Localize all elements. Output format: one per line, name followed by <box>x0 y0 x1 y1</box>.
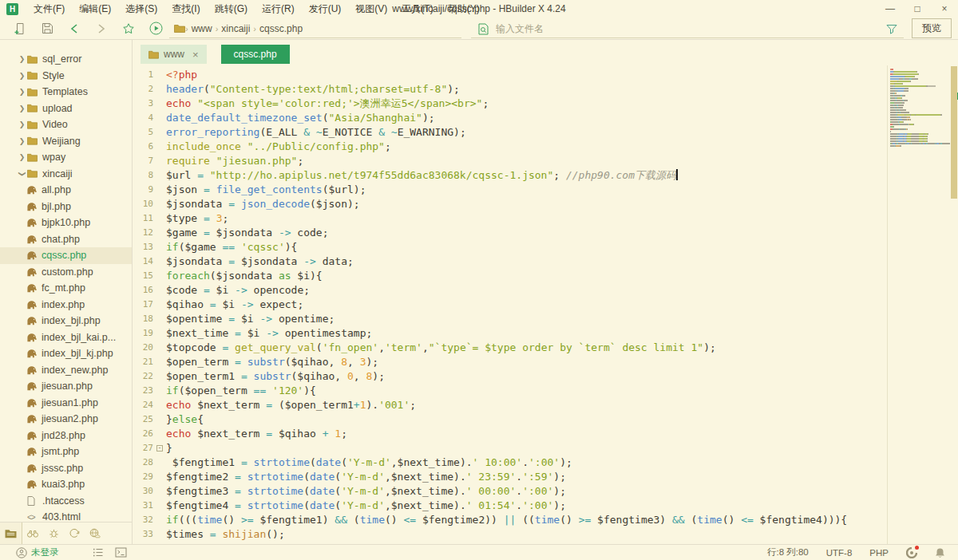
code-line-25[interactable]: 25}else{ <box>133 412 958 427</box>
code-line-13[interactable]: 13if($game == 'cqssc'){ <box>133 240 958 254</box>
tree-item-kuai3-php[interactable]: ❯kuai3.php <box>0 476 132 493</box>
tree-item-chat-php[interactable]: ❯chat.php <box>0 231 132 248</box>
code-text[interactable]: $url = "http://ho.apiplus.net/t974f55dd6… <box>166 168 678 183</box>
terminal-icon[interactable] <box>115 547 127 558</box>
code-line-32[interactable]: 32if(((time() >= $fengtime1) && (time() … <box>133 513 958 527</box>
menu-y[interactable]: 帮助(Y) <box>441 2 487 16</box>
cursor-position[interactable]: 行:8 列:80 <box>767 546 809 558</box>
breadcrumb-item-cqssc-php[interactable]: cqssc.php <box>256 23 306 34</box>
tree-item-jnd28-php[interactable]: ❯jnd28.php <box>0 428 132 444</box>
code-text[interactable]: include_once "../Public/config.php"; <box>166 140 391 154</box>
code-text[interactable]: } <box>166 441 172 455</box>
sidebar-tab-sync[interactable] <box>64 523 85 544</box>
vertical-scrollbar[interactable] <box>951 65 958 544</box>
code-line-10[interactable]: 10$jsondata = json_decode($json); <box>133 197 958 211</box>
tree-item-xincaiji[interactable]: ❯xincaiji <box>0 166 132 183</box>
code-line-33[interactable]: 33$times = shijian(); <box>133 527 958 542</box>
tree-item-403-html[interactable]: ❯<>403.html <box>0 509 132 522</box>
filter-funnel-icon[interactable] <box>886 24 897 34</box>
sidebar-tab-plugins[interactable] <box>85 523 105 544</box>
code-line-5[interactable]: 5error_reporting(E_ALL & ~E_NOTICE & ~E_… <box>133 125 958 140</box>
code-line-3[interactable]: 3echo "<span style='color:red;'>澳洲幸运5</s… <box>133 97 958 111</box>
code-text[interactable]: $fengtime1 = strtotime(date('Y-m-d',$nex… <box>166 455 572 470</box>
code-line-19[interactable]: 19$next_time = $i -> opentimestamp; <box>133 326 958 341</box>
code-line-6[interactable]: 6include_once "../Public/config.php"; <box>133 140 958 154</box>
tree-item-custom-php[interactable]: ❯custom.php <box>0 264 132 281</box>
tree-item-all-php[interactable]: ❯all.php <box>0 182 132 199</box>
code-line-28[interactable]: 28 $fengtime1 = strtotime(date('Y-m-d',$… <box>133 455 958 470</box>
code-text[interactable]: header("Content-type:text/html;charset=u… <box>166 82 460 97</box>
code-text[interactable]: $type = 3; <box>166 211 228 226</box>
code-line-1[interactable]: 1<?php <box>133 68 958 82</box>
code-viewport[interactable]: 1<?php2header("Content-type:text/html;ch… <box>133 65 958 544</box>
code-text[interactable]: if($game == 'cqssc'){ <box>166 240 297 254</box>
bell-icon[interactable] <box>935 547 945 558</box>
tree-item-jsmt-php[interactable]: ❯jsmt.php <box>0 444 132 460</box>
code-text[interactable]: <?php <box>166 68 197 82</box>
code-line-29[interactable]: 29$fengtime2 = strtotime(date('Y-m-d',$n… <box>133 470 958 484</box>
breadcrumb-item-xincaiji[interactable]: xincaiji <box>218 23 253 34</box>
code-text[interactable]: $topcode = get_query_val('fn_open','term… <box>166 341 716 355</box>
minimap-zone[interactable] <box>887 65 951 544</box>
code-text[interactable]: $game = $jsondata -> code; <box>166 226 329 240</box>
tree-item-bjl-php[interactable]: ❯bjl.php <box>0 199 132 215</box>
code-line-17[interactable]: 17$qihao = $i -> expect; <box>133 298 958 312</box>
code-line-11[interactable]: 11$type = 3; <box>133 211 958 226</box>
tree-item-jiesuan2-php[interactable]: ❯jiesuan2.php <box>0 411 132 428</box>
update-icon[interactable] <box>906 547 917 558</box>
tree-item-jiesuan1-php[interactable]: ❯jiesuan1.php <box>0 395 132 412</box>
code-text[interactable]: $fengtime4 = strtotime(date('Y-m-d',$nex… <box>166 499 566 513</box>
preview-button[interactable]: 预览 <box>912 18 952 38</box>
tree-item-index-new-php[interactable]: ❯index_new.php <box>0 362 132 379</box>
code-text[interactable]: $qihao = $i -> expect; <box>166 298 303 312</box>
tab-cqssc-php[interactable]: cqssc.php <box>221 45 290 64</box>
code-line-22[interactable]: 22$open_term1 = substr($qihao, 0, 8); <box>133 369 958 384</box>
code-line-7[interactable]: 7require "jiesuan.php"; <box>133 154 958 168</box>
sidebar-tab-debug[interactable] <box>43 523 64 544</box>
collapse-icon[interactable]: - <box>156 445 163 452</box>
code-text[interactable]: require "jiesuan.php"; <box>166 154 303 168</box>
code-text[interactable]: echo "<span style='color:red;'>澳洲幸运5</sp… <box>166 97 489 111</box>
code-line-30[interactable]: 30$fengtime3 = strtotime(date('Y-m-d',$n… <box>133 484 958 499</box>
code-text[interactable]: $fengtime3 = strtotime(date('Y-m-d',$nex… <box>166 484 566 499</box>
tree-item-style[interactable]: ❯Style <box>0 68 132 85</box>
login-status[interactable]: 未登录 <box>16 546 59 558</box>
menu-u[interactable]: 发行(U) <box>302 2 349 16</box>
code-text[interactable]: $opentime = $i -> opentime; <box>166 312 335 326</box>
outline-icon[interactable] <box>93 547 104 558</box>
tree-item-index-bjl-php[interactable]: ❯index_bjl.php <box>0 313 132 329</box>
tree-item-video[interactable]: ❯Video <box>0 116 132 133</box>
tree-item-weijiang[interactable]: ❯Weijiang <box>0 133 132 150</box>
tree-item-sql-error[interactable]: ❯sql_error <box>0 51 132 68</box>
tree-item-fc-mt-php[interactable]: ❯fc_mt.php <box>0 280 132 297</box>
code-line-14[interactable]: 14$jsondata = $jsondata -> data; <box>133 254 958 269</box>
favorite-star-button[interactable] <box>115 19 142 38</box>
close-icon[interactable]: × <box>192 49 199 61</box>
code-text[interactable]: echo $next_term = $qihao + 1; <box>166 427 347 441</box>
menu-e[interactable]: 编辑(E) <box>72 2 118 16</box>
code-line-12[interactable]: 12$game = $jsondata -> code; <box>133 226 958 240</box>
menu-f[interactable]: 文件(F) <box>26 2 72 16</box>
encoding-indicator[interactable]: UTF-8 <box>826 548 853 558</box>
menu-v[interactable]: 视图(V) <box>348 2 394 16</box>
code-line-8[interactable]: 8$url = "http://ho.apiplus.net/t974f55dd… <box>133 168 958 183</box>
code-line-2[interactable]: 2header("Content-type:text/html;charset=… <box>133 82 958 97</box>
code-line-31[interactable]: 31$fengtime4 = strtotime(date('Y-m-d',$n… <box>133 499 958 513</box>
breadcrumb-item-www[interactable]: www <box>188 23 216 34</box>
code-text[interactable]: $json = file_get_contents($url); <box>166 183 366 197</box>
tree-item-jiesuan-php[interactable]: ❯jiesuan.php <box>0 378 132 395</box>
menu-i[interactable]: 查找(I) <box>164 2 207 16</box>
code-text[interactable]: $next_time = $i -> opentimestamp; <box>166 326 372 341</box>
code-line-4[interactable]: 4date_default_timezone_set("Asia/Shangha… <box>133 111 958 125</box>
close-button[interactable]: × <box>931 3 958 14</box>
tree-item-index-bjl-kj-php[interactable]: ❯index_bjl_kj.php <box>0 345 132 362</box>
code-line-21[interactable]: 21$open_term = substr($qihao, 8, 3); <box>133 355 958 369</box>
menu-r[interactable]: 运行(R) <box>255 2 302 16</box>
language-mode[interactable]: PHP <box>869 548 889 558</box>
code-text[interactable]: error_reporting(E_ALL & ~E_NOTICE & ~E_W… <box>166 125 466 140</box>
code-line-26[interactable]: 26echo $next_term = $qihao + 1; <box>133 427 958 441</box>
menu-s[interactable]: 选择(S) <box>118 2 164 16</box>
tree-item-index-php[interactable]: ❯index.php <box>0 297 132 314</box>
menu-t[interactable]: 工具(T) <box>394 2 440 16</box>
tree-item-bjpk10-php[interactable]: ❯bjpk10.php <box>0 215 132 231</box>
